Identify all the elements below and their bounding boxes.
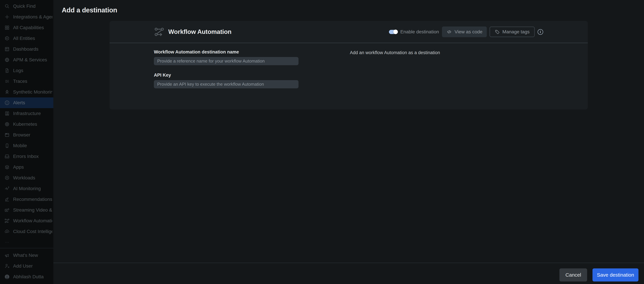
inbox-icon (4, 154, 10, 159)
sidebar-item-label: Dashboards (13, 46, 38, 52)
sidebar-item-label: Kubernetes (13, 122, 37, 127)
sidebar-item-browser[interactable]: Browser (0, 130, 53, 140)
sidebar-item-whats-new[interactable]: What's New (0, 250, 53, 261)
sidebar-item-dashboards[interactable]: Dashboards (0, 44, 53, 54)
sidebar-item-mobile[interactable]: Mobile (0, 140, 53, 151)
api-key-field-label: API Key (154, 73, 298, 78)
sidebar-item-label: Streaming Video & Ads (13, 207, 52, 213)
sidebar-item-streaming-video[interactable]: Streaming Video & Ads (0, 205, 53, 215)
sidebar-item-user-profile[interactable]: Abhilash Dutta (0, 272, 53, 282)
page-title: Add a destination (62, 6, 117, 14)
video-stream-icon (4, 207, 10, 213)
sidebar-item-label: Alerts (13, 100, 25, 105)
sidebar-item-label: APM & Services (13, 57, 47, 62)
name-field-group: Workflow Automation destination name (154, 49, 298, 65)
workflow-automation-icon (154, 26, 164, 37)
hexagon-dot-icon (4, 175, 10, 181)
sidebar-item-all-entities[interactable]: All Entities (0, 33, 53, 44)
view-as-code-button[interactable]: View as code (442, 26, 487, 37)
dashboard-icon (4, 46, 10, 52)
sidebar-item-ai-monitoring[interactable]: AI Monitoring (0, 183, 53, 194)
sidebar-item-all-capabilities[interactable]: All Capabilities (0, 22, 53, 33)
pulse-icon (4, 186, 10, 191)
browser-window-icon (4, 132, 10, 138)
sidebar-item-workloads[interactable]: Workloads (0, 173, 53, 183)
info-glyph: i (540, 30, 541, 34)
sidebar-divider (0, 248, 53, 248)
enable-destination-label: Enable destination (400, 29, 439, 34)
api-key-input[interactable] (154, 80, 298, 88)
name-field-label: Workflow Automation destination name (154, 49, 298, 55)
main-content: Add a destination Workflow Automation En… (53, 0, 644, 284)
save-destination-button[interactable]: Save destination (592, 269, 638, 282)
pen-icon (4, 197, 10, 202)
sidebar-item-apps[interactable]: Apps (0, 162, 53, 173)
destination-name-input[interactable] (154, 57, 298, 65)
card-header-controls: Enable destination View as code Manage t… (389, 26, 543, 37)
sidebar-item-label: Workloads (13, 175, 35, 181)
trace-lines-icon (4, 79, 10, 84)
sidebar-item-label: Errors Inbox (13, 154, 39, 159)
megaphone-icon (4, 253, 10, 258)
sidebar-item-label: Quick Find (13, 3, 36, 9)
sidebar-item-errors-inbox[interactable]: Errors Inbox (0, 151, 53, 162)
sidebar-item-alerts[interactable]: Alerts (0, 97, 53, 108)
document-icon (4, 68, 10, 73)
sidebar-item-recommendations[interactable]: Recommendations (0, 194, 53, 205)
sidebar-item-label: Logs (13, 68, 23, 73)
sidebar-item-label: Infrastructure (13, 111, 41, 116)
sidebar-item-traces[interactable]: Traces (0, 76, 53, 87)
layers-icon (4, 164, 10, 170)
destination-card-header: Workflow Automation Enable destination V… (110, 21, 588, 43)
destination-form: Workflow Automation destination name API… (154, 49, 298, 88)
sidebar-item-workflow-automation[interactable]: Workflow Automation (0, 215, 53, 226)
sidebar-item-cloud-cost-intelligence[interactable]: Cloud Cost Intelligence (0, 226, 53, 237)
sidebar-item-label: Workflow Automation (13, 218, 52, 224)
plus-icon (4, 14, 10, 20)
info-icon[interactable]: i (538, 29, 543, 35)
person-plus-icon (4, 263, 10, 269)
servers-icon (4, 111, 10, 116)
sidebar-item-label: All Capabilities (13, 25, 44, 30)
manage-tags-label: Manage tags (502, 29, 530, 34)
sidebar-item-label: Traces (13, 79, 27, 84)
sidebar-item-label: What's New (13, 253, 38, 258)
globe-icon (4, 57, 10, 62)
sidebar-item-kubernetes[interactable]: Kubernetes (0, 119, 53, 130)
sidebar-item-infrastructure[interactable]: Infrastructure (0, 108, 53, 119)
cancel-button[interactable]: Cancel (560, 269, 587, 282)
sidebar-footer-nav: What's NewAdd UserAbhilash Dutta (0, 250, 53, 282)
destination-card-body: Workflow Automation destination name API… (110, 43, 588, 88)
alert-octagon-icon (4, 100, 10, 105)
card-title: Workflow Automation (168, 28, 232, 35)
sidebar-item-label: Integrations & Agents (13, 14, 52, 20)
target-icon (4, 122, 10, 127)
api-key-field-group: API Key (154, 73, 298, 88)
app-root: { "app": { "page_title": "Add a destinat… (0, 0, 644, 284)
footer-action-bar: Cancel Save destination (53, 263, 644, 284)
grid-icon (4, 25, 10, 30)
sidebar-item-label: Mobile (13, 143, 27, 148)
sidebar-item-integrations-agents[interactable]: Integrations & Agents (0, 11, 53, 22)
sidebar: Quick FindIntegrations & AgentsAll Capab… (0, 0, 53, 284)
manage-tags-button[interactable]: Manage tags (490, 27, 534, 37)
enable-destination-toggle[interactable] (389, 30, 398, 34)
sidebar-item-label: Synthetic Monitoring (13, 89, 52, 95)
sidebar-item-synthetic-monitoring[interactable]: Synthetic Monitoring (0, 87, 53, 97)
toggle-knob (393, 30, 398, 34)
sidebar-item-more[interactable] (0, 237, 53, 248)
sidebar-item-label: All Entities (13, 36, 35, 41)
sidebar-item-quick-find[interactable]: Quick Find (0, 1, 53, 11)
sidebar-item-apm-services[interactable]: APM & Services (0, 54, 53, 65)
sidebar-item-label: Add User (13, 263, 33, 269)
sidebar-item-label: Abhilash Dutta (13, 274, 44, 280)
sidebar-item-add-user[interactable]: Add User (0, 261, 53, 272)
sidebar-item-label: Browser (13, 132, 30, 138)
workflow-icon (4, 218, 10, 224)
tag-icon (495, 29, 500, 34)
sidebar-item-label: Recommendations (13, 197, 52, 202)
cloud-dollar-icon (4, 229, 10, 234)
sidebar-item-logs[interactable]: Logs (0, 65, 53, 76)
ellipsis-icon (4, 240, 10, 245)
sidebar-item-label: Apps (13, 164, 24, 170)
